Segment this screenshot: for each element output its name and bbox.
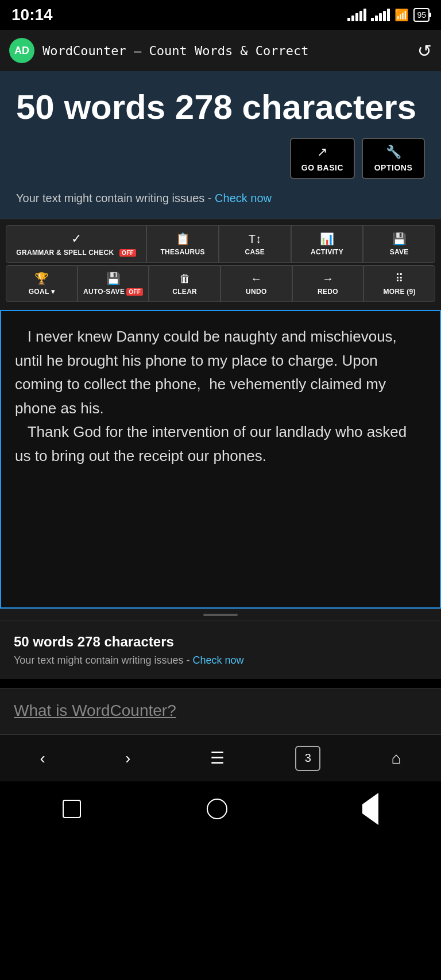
more-button[interactable]: ⠿ MORE (9) [363,265,435,302]
more-icon: ⠿ [395,272,404,285]
text-area-container[interactable]: I never knew Danny could be naughty and … [0,310,441,609]
goal-label: GOAL ▾ [29,288,55,296]
grammar-label: GRAMMAR & SPELL CHECK OFF [16,249,136,257]
menu-nav-button[interactable]: ☰ [201,744,234,772]
case-label: CASE [245,248,265,256]
status-time: 10:14 [11,6,53,24]
bottom-stats: 50 words 278 characters Your text might … [0,621,441,679]
save-button[interactable]: 💾 SAVE [363,225,435,263]
status-bar: 10:14 📶 95 [0,0,441,30]
save-label: SAVE [390,248,409,256]
options-button[interactable]: 🔧 OPTIONS [362,138,425,179]
check-now-link[interactable]: Check now [215,192,272,204]
clear-button[interactable]: 🗑 CLEAR [149,265,220,302]
case-button[interactable]: T↕ CASE [219,225,291,263]
grammar-off-badge: OFF [119,249,136,257]
signal-bars-1 [347,9,366,21]
grammar-spell-check-button[interactable]: ✓ GRAMMAR & SPELL CHECK OFF [6,225,146,263]
options-icon: 🔧 [386,145,401,160]
bottom-navigation: ‹ › ☰ 3 ⌂ [0,734,441,781]
redo-icon: → [322,272,334,285]
browser-title: WordCounter – Count Words & Correct [42,44,409,58]
redo-button[interactable]: → REDO [292,265,364,302]
what-section: What is WordCounter? [0,688,441,734]
battery-icon: 95 [413,8,430,22]
bottom-check-now-link[interactable]: Check now [192,654,243,666]
forward-nav-button[interactable]: › [116,745,140,772]
signal-bars-2 [371,9,390,21]
undo-label: UNDO [246,288,267,296]
wifi-icon: 📶 [394,8,409,22]
square-button[interactable] [63,800,81,818]
back-nav-button[interactable]: ‹ [31,745,55,772]
status-icons: 📶 95 [347,8,430,22]
browser-bar: AD WordCounter – Count Words & Correct ↻ [0,30,441,71]
thesaurus-icon: 📋 [176,232,190,246]
header-section: 50 words 278 characters ↗ GO BASIC 🔧 OPT… [0,71,441,219]
toolbar: ✓ GRAMMAR & SPELL CHECK OFF 📋 THESAURUS … [0,219,441,310]
undo-button[interactable]: ← UNDO [220,265,292,302]
clear-label: CLEAR [172,288,197,296]
scroll-indicator [0,609,441,621]
clear-icon: 🗑 [179,272,191,285]
activity-button[interactable]: 📊 ACTIVITY [291,225,363,263]
go-basic-label: GO BASIC [301,163,343,172]
activity-label: ACTIVITY [311,248,343,256]
ad-badge: AD [9,38,34,63]
word-count-title: 50 words 278 characters [16,88,425,126]
auto-save-button[interactable]: 💾 AUTO-SAVE OFF [78,265,149,302]
back-triangle-button[interactable] [353,793,378,825]
auto-save-label: AUTO-SAVE OFF [83,288,143,296]
refresh-button[interactable]: ↻ [417,41,432,61]
system-bar [0,781,441,834]
text-content[interactable]: I never knew Danny could be naughty and … [15,325,426,468]
thesaurus-button[interactable]: 📋 THESAURUS [146,225,219,263]
more-label: MORE (9) [383,288,415,296]
case-icon: T↕ [249,233,261,246]
goal-button[interactable]: 🏆 GOAL ▾ [6,265,78,302]
checkmark-icon: ✓ [71,231,82,246]
writing-issues-text: Your text might contain writing issues -… [16,192,425,205]
what-title: What is WordCounter? [14,702,427,720]
tabs-nav-button[interactable]: 3 [295,746,320,771]
scroll-bar [203,614,238,616]
auto-save-icon: 💾 [106,272,121,285]
go-basic-icon: ↗ [317,145,327,160]
save-icon: 💾 [392,232,407,246]
toolbar-row-2: 🏆 GOAL ▾ 💾 AUTO-SAVE OFF 🗑 CLEAR ← UNDO … [6,265,435,302]
activity-icon: 📊 [320,232,334,246]
circle-button[interactable] [207,799,227,819]
home-nav-button[interactable]: ⌂ [382,745,411,772]
goal-icon: 🏆 [34,272,49,285]
redo-label: REDO [318,288,338,296]
header-buttons: ↗ GO BASIC 🔧 OPTIONS [16,138,425,179]
go-basic-button[interactable]: ↗ GO BASIC [290,138,355,179]
options-label: OPTIONS [374,163,413,172]
undo-icon: ← [250,272,262,285]
bottom-stats-title: 50 words 278 characters [14,634,427,650]
bottom-stats-sub: Your text might contain writing issues -… [14,654,427,667]
auto-save-off-badge: OFF [126,288,143,296]
thesaurus-label: THESAURUS [160,248,204,256]
toolbar-row-1: ✓ GRAMMAR & SPELL CHECK OFF 📋 THESAURUS … [6,225,435,263]
